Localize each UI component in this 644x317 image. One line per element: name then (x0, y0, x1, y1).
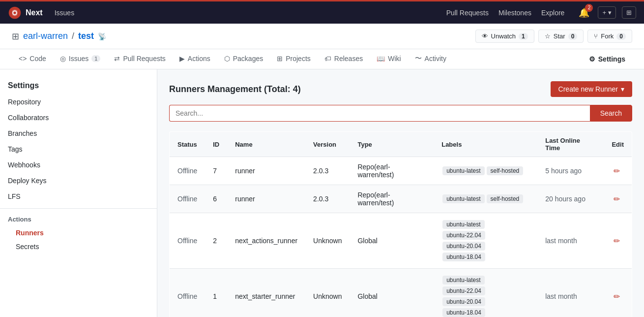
fork-label: Fork (601, 32, 614, 40)
table-header: Status ID Name Version Type Labels Last … (170, 132, 632, 157)
tab-releases[interactable]: 🏷 Releases (318, 50, 370, 68)
settings-sidebar: Settings Repository Collaborators Branch… (0, 69, 157, 317)
fork-icon: ⑂ (594, 32, 598, 40)
runner-status: Offline (170, 157, 205, 185)
runner-edit-button[interactable]: ✏ (612, 164, 622, 178)
label-badge: ubuntu-20.04 (442, 242, 485, 251)
tab-activity[interactable]: 〜 Activity (408, 49, 453, 69)
tab-actions[interactable]: ▶ Actions (173, 50, 217, 68)
actions-icon: ▶ (179, 55, 185, 63)
label-badge: ubuntu-22.04 (442, 231, 485, 240)
tab-code-label: Code (29, 55, 46, 63)
runner-last-online: last month (537, 269, 604, 317)
create-button[interactable]: + ▾ (598, 6, 616, 19)
repo-title-section: ⊞ earl-warren / test 📡 (12, 31, 106, 42)
runner-edit-button[interactable]: ✏ (612, 234, 622, 248)
sidebar-item-repository[interactable]: Repository (0, 94, 157, 110)
runners-title: Runners Management (Total: 4) (169, 84, 301, 95)
sidebar-item-runners[interactable]: Runners (0, 226, 157, 240)
runner-id: 7 (205, 157, 227, 185)
tab-issues-label: Issues (69, 55, 88, 63)
repo-tabs: <> Code ◎ Issues 1 ⇄ Pull Requests ▶ Act… (0, 49, 644, 69)
runner-labels: ubuntu-latestubuntu-22.04ubuntu-20.04ubu… (434, 213, 537, 269)
col-version: Version (305, 132, 350, 157)
nav-pull-requests[interactable]: Pull Requests (446, 9, 489, 17)
nav-issues[interactable]: Issues (55, 9, 437, 17)
nav-links: Issues Pull Requests Milestones Explore (55, 9, 565, 17)
repo-name-link[interactable]: test (78, 31, 94, 41)
runner-status: Offline (170, 185, 205, 213)
sidebar-item-webhooks[interactable]: Webhooks (0, 157, 157, 173)
app-logo[interactable]: Next (8, 6, 43, 20)
runner-edit-cell: ✏ (604, 157, 632, 185)
tab-code[interactable]: <> Code (12, 50, 53, 68)
star-button[interactable]: ☆ Star 0 (538, 30, 584, 43)
notifications-button[interactable]: 🔔 2 (576, 5, 592, 21)
create-runner-button[interactable]: Create new Runner ▾ (551, 81, 632, 97)
sidebar-item-tags[interactable]: Tags (0, 141, 157, 157)
tab-packages[interactable]: ⬡ Packages (217, 50, 270, 68)
grid-icon: ⊞ (626, 9, 632, 16)
col-labels: Labels (434, 132, 537, 157)
search-button[interactable]: Search (590, 105, 632, 122)
runner-status: Offline (170, 269, 205, 317)
tab-pull-requests[interactable]: ⇄ Pull Requests (107, 50, 172, 68)
nav-explore[interactable]: Explore (541, 9, 564, 17)
tab-releases-label: Releases (334, 55, 363, 63)
chevron-down-icon: ▾ (608, 9, 612, 16)
runners-table: Status ID Name Version Type Labels Last … (169, 131, 632, 317)
runner-edit-cell: ✏ (604, 185, 632, 213)
runner-edit-button[interactable]: ✏ (612, 290, 622, 303)
tab-settings[interactable]: ⚙ Settings (582, 50, 632, 68)
tab-issues[interactable]: ◎ Issues 1 (53, 50, 108, 68)
runner-version: 2.0.3 (305, 157, 350, 185)
runner-id: 2 (205, 213, 227, 269)
label-badge: ubuntu-latest (442, 166, 484, 175)
issues-badge: 1 (91, 55, 100, 62)
runner-version: Unknown (305, 269, 350, 317)
fork-button[interactable]: ⑂ Fork 0 (587, 30, 632, 43)
table-row: Offline7runner2.0.3Repo(earl-warren/test… (170, 157, 632, 185)
unwatch-count: 1 (519, 33, 528, 40)
label-badge: ubuntu-latest (442, 276, 484, 285)
sidebar-item-collaborators[interactable]: Collaborators (0, 110, 157, 126)
pr-icon: ⇄ (114, 55, 120, 63)
repo-action-buttons: 👁 Unwatch 1 ☆ Star 0 ⑂ Fork 0 (475, 30, 632, 43)
label-badge: self-hosted (487, 166, 524, 175)
repo-owner-link[interactable]: earl-warren (23, 31, 68, 41)
runner-id: 6 (205, 185, 227, 213)
runner-version: Unknown (305, 213, 350, 269)
tab-projects[interactable]: ⊞ Projects (270, 50, 318, 68)
runner-name: next_starter_runner (227, 269, 305, 317)
sidebar-item-secrets[interactable]: Secrets (0, 240, 157, 254)
rss-icon: 📡 (98, 32, 106, 40)
notification-badge: 2 (585, 4, 593, 12)
sidebar-item-branches[interactable]: Branches (0, 126, 157, 141)
runner-type: Repo(earl-warren/test) (350, 157, 434, 185)
grid-menu-button[interactable]: ⊞ (622, 6, 636, 19)
runners-table-body: Offline7runner2.0.3Repo(earl-warren/test… (170, 157, 632, 317)
col-last-online: Last Online Time (537, 132, 604, 157)
unwatch-button[interactable]: 👁 Unwatch 1 (475, 30, 534, 43)
runner-edit-button[interactable]: ✏ (612, 192, 622, 206)
runner-labels: ubuntu-latestubuntu-22.04ubuntu-20.04ubu… (434, 269, 537, 317)
runner-type: Global (350, 269, 434, 317)
sidebar-item-lfs[interactable]: LFS (0, 189, 157, 204)
sidebar-actions-label: Actions (0, 213, 157, 226)
tab-wiki-label: Wiki (388, 55, 401, 63)
runner-last-online: last month (537, 213, 604, 269)
runner-type: Global (350, 213, 434, 269)
fork-count: 0 (616, 33, 626, 40)
nav-milestones[interactable]: Milestones (498, 9, 531, 17)
label-badge: self-hosted (487, 194, 524, 203)
label-badge: ubuntu-latest (442, 194, 484, 203)
sidebar-item-deploy-keys[interactable]: Deploy Keys (0, 173, 157, 189)
star-label: Star (554, 32, 565, 40)
repo-header: ⊞ earl-warren / test 📡 👁 Unwatch 1 ☆ Sta… (0, 24, 644, 49)
col-type: Type (350, 132, 434, 157)
tab-wiki[interactable]: 📖 Wiki (370, 50, 408, 68)
create-runner-label: Create new Runner (558, 85, 618, 93)
code-icon: <> (19, 55, 27, 63)
search-input[interactable] (169, 105, 590, 122)
table-row: Offline2next_actions_runnerUnknownGlobal… (170, 213, 632, 269)
